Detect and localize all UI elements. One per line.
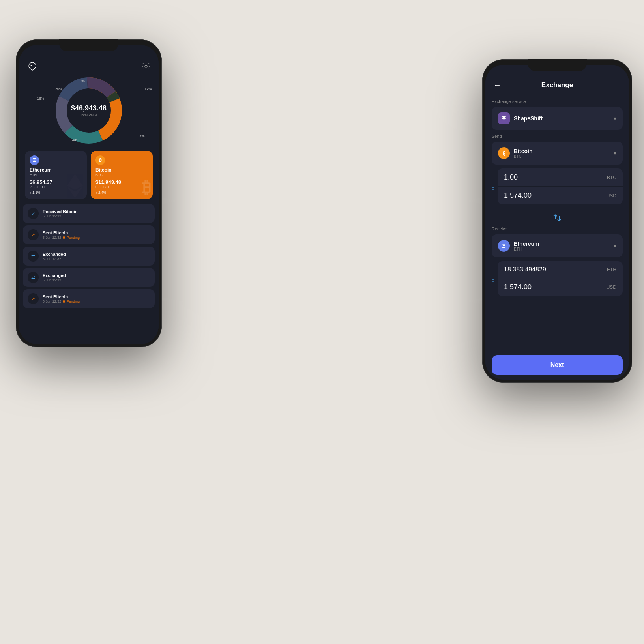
pct-label-43: 43% (72, 138, 79, 142)
exchange-service-left: ShapeShift (498, 112, 543, 124)
phone-notch-right (528, 59, 587, 71)
send-swap-icon[interactable]: ↕ (492, 185, 494, 191)
btc-change: ↑ 2.4% (95, 191, 148, 195)
receive-coin-info: Ethereum ETH (514, 241, 539, 251)
tx-sent-bitcoin-1[interactable]: ↗ Sent Bitcoin 5 Jun 12:32 Pending (23, 225, 155, 244)
tx-sent-icon-1: ↗ (28, 229, 39, 240)
portfolio-value: $46,943.48 (71, 104, 107, 112)
receive-label: Receive (492, 227, 623, 231)
tx-sent-title-2: Sent Bitcoin (43, 294, 150, 299)
eth-name: Ethereum (30, 167, 82, 173)
tx-received-date: 5 Jun 12:32 (43, 214, 150, 218)
screen-left: $46,943.48 Total Value 19% 20% 16% 17% 4… (19, 45, 159, 344)
send-usd-row: 1 574.00 USD (498, 186, 623, 204)
exchange-content: Exchange service ShapeShift ▾ (485, 97, 629, 350)
receive-coin-dropdown[interactable]: Ξ Ethereum ETH ▾ (492, 234, 623, 257)
settings-icon[interactable] (141, 62, 151, 71)
eth-icon: Ξ (30, 155, 39, 165)
send-btc-currency: BTC (607, 175, 616, 180)
pending-dot-1 (63, 236, 65, 239)
chevron-down-icon: ▾ (614, 115, 616, 122)
tx-exchanged-2[interactable]: ⇄ Exchanged 5 Jun 12:32 (23, 268, 155, 287)
tx-sent-info-1: Sent Bitcoin 5 Jun 12:32 Pending (43, 230, 150, 240)
send-amount-group: 1.00 BTC 1 574.00 USD (498, 168, 623, 204)
send-coin-dropdown[interactable]: ₿ Bitcoin BTC ▾ (492, 142, 623, 165)
screen-right: ← Exchange Exchange service Shape (485, 65, 629, 380)
portfolio-total: $46,943.48 Total Value (71, 104, 107, 117)
tx-received-title: Received Bitcoin (43, 209, 150, 214)
portfolio-header (19, 61, 159, 72)
eth-watermark (65, 174, 85, 199)
pct-label-20: 20% (55, 87, 62, 91)
tx-exchanged-icon-1: ⇄ (28, 251, 39, 262)
exchange-title: Exchange (541, 81, 573, 89)
tx-sent-title-1: Sent Bitcoin (43, 230, 150, 235)
tx-sent-info-2: Sent Bitcoin 5 Jun 12:32 Pending (43, 294, 150, 303)
shapeshift-icon (498, 112, 510, 124)
back-button[interactable]: ← (493, 80, 501, 90)
receive-swap-icon[interactable]: ↕ (492, 277, 494, 283)
eth-card[interactable]: Ξ Ethereum ETH $6,954.37 2.93 ETH ↑ 1.1% (25, 151, 87, 199)
receive-section: Receive Ξ Ethereum ETH ▾ ↕ (492, 227, 623, 299)
receive-usd-currency: USD (607, 285, 616, 290)
tx-received-bitcoin[interactable]: ↙ Received Bitcoin 5 Jun 12:32 (23, 204, 155, 223)
tx-received-icon: ↙ (28, 208, 39, 219)
exchange-service-label: Exchange service (492, 99, 623, 104)
tx-sent-date-2: 5 Jun 12:32 Pending (43, 300, 150, 303)
donut-chart: $46,943.48 Total Value 19% 20% 16% 17% 4… (19, 75, 159, 146)
send-coin-left: ₿ Bitcoin BTC (498, 147, 532, 159)
tx-sent-date-1: 5 Jun 12:32 Pending (43, 236, 150, 240)
exchange-service-dropdown[interactable]: ShapeShift ▾ (492, 107, 623, 130)
tx-sent-icon-2: ↗ (28, 293, 39, 304)
receive-amount-group: 18 383.494829 ETH 1 574.00 USD (498, 261, 623, 296)
receive-usd-row: 1 574.00 USD (498, 278, 623, 296)
pending-label-2: Pending (67, 300, 80, 303)
phone-notch-left (59, 39, 118, 51)
pending-dot-2 (63, 300, 65, 303)
swap-arrows-icon (552, 213, 562, 223)
btc-ticker: BTC (95, 173, 148, 177)
pct-label-16: 16% (37, 97, 44, 101)
tx-exchanged-1[interactable]: ⇄ Exchanged 5 Jun 12:32 (23, 247, 155, 266)
chameleon-logo-icon (27, 61, 38, 72)
swap-icon-row (492, 211, 623, 225)
receive-chevron-icon: ▾ (614, 243, 616, 249)
send-btc-value[interactable]: 1.00 (504, 173, 518, 182)
receive-usd-value: 1 574.00 (504, 283, 532, 291)
svg-marker-9 (67, 174, 83, 190)
svg-point-1 (145, 65, 147, 67)
tx-sent-bitcoin-2[interactable]: ↗ Sent Bitcoin 5 Jun 12:32 Pending (23, 289, 155, 308)
receive-eth-row: 18 383.494829 ETH (498, 261, 623, 278)
pct-label-4: 4% (140, 134, 145, 138)
send-coin-info: Bitcoin BTC (514, 148, 532, 159)
asset-cards: Ξ Ethereum ETH $6,954.37 2.93 ETH ↑ 1.1% (19, 151, 159, 199)
btc-value: $11,943.48 (95, 179, 148, 185)
send-usd-currency: USD (607, 193, 616, 198)
next-button[interactable]: Next (492, 355, 623, 375)
pct-label-17: 17% (144, 87, 152, 91)
pending-label-1: Pending (67, 236, 80, 240)
tx-exchanged-date-2: 5 Jun 12:32 (43, 278, 150, 282)
tx-exchanged-info-2: Exchanged 5 Jun 12:32 (43, 273, 150, 282)
btc-card[interactable]: ₿ Bitcoin BTC $11,943.48 5.36 BTC ↑ 2.4%… (91, 151, 153, 199)
receive-eth-icon: Ξ (498, 240, 510, 252)
btc-name: Bitcoin (95, 167, 148, 173)
pct-label-19: 19% (78, 79, 85, 83)
send-label: Send (492, 134, 623, 139)
send-usd-value[interactable]: 1 574.00 (504, 191, 532, 200)
send-btc-icon: ₿ (498, 147, 510, 159)
receive-coin-left: Ξ Ethereum ETH (498, 240, 539, 252)
tx-exchanged-info-1: Exchanged 5 Jun 12:32 (43, 252, 150, 261)
exchange-header: ← Exchange (485, 80, 629, 90)
phone-left: $46,943.48 Total Value 19% 20% 16% 17% 4… (16, 39, 162, 347)
tx-exchanged-title-2: Exchanged (43, 273, 150, 278)
btc-amount: 5.36 BTC (95, 185, 148, 189)
receive-eth-currency: ETH (607, 267, 616, 272)
btc-watermark: ₿ (142, 178, 151, 197)
send-chevron-icon: ▾ (614, 150, 616, 156)
tx-exchanged-icon-2: ⇄ (28, 272, 39, 283)
tx-exchanged-title-1: Exchanged (43, 252, 150, 256)
portfolio-label: Total Value (71, 113, 107, 117)
shapeshift-name: ShapeShift (514, 115, 543, 122)
tx-received-info: Received Bitcoin 5 Jun 12:32 (43, 209, 150, 218)
